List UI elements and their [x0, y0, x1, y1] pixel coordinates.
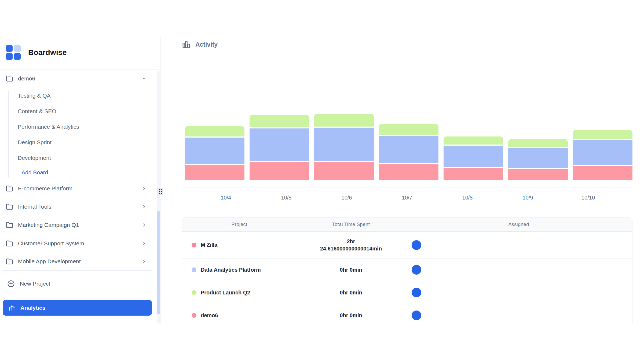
avatar: [412, 311, 421, 320]
bar-segment-data-analytics-platform: [250, 128, 309, 161]
sidebar-item-demo6[interactable]: demo6: [0, 73, 147, 84]
stacked-bar-10/9: [508, 139, 568, 180]
sidebar-header-divider: [0, 69, 160, 69]
activity-chart: [182, 113, 632, 180]
bar-segment-data-analytics-platform: [444, 146, 503, 167]
project-cell: Data Analytics Platform: [182, 258, 297, 281]
sidebar-item-ecommerce-platform[interactable]: E-commerce Platform: [0, 183, 147, 194]
grip-dot: [161, 189, 162, 190]
x-axis-label: 10/7: [402, 195, 412, 201]
bar-segment-data-analytics-platform: [379, 136, 438, 163]
total-time-cell: 2hr 24.616000000000014min: [297, 232, 405, 258]
total-time-cell: 0hr 0min: [297, 281, 405, 304]
bar-segment-data-analytics-platform: [314, 128, 374, 161]
chart-x-labels: 10/410/510/610/710/810/910/10: [182, 195, 632, 205]
bar-segment-m-zilla: [508, 169, 568, 180]
board-label: Development: [18, 155, 51, 161]
assigned-cell: [405, 304, 632, 324]
project-cell: demo6: [182, 304, 297, 324]
sidebar-resize-grip[interactable]: [157, 188, 163, 195]
time-line: 0hr 0min: [340, 312, 362, 319]
time-line: 0hr 0min: [340, 266, 362, 274]
bar-segment-m-zilla: [573, 166, 632, 180]
new-project-label: New Project: [20, 280, 147, 287]
sidebar-item-internal-tools[interactable]: Internal Tools: [0, 201, 147, 212]
assigned-cell: [405, 232, 632, 258]
grip-dot: [159, 189, 160, 190]
column-header-project: Project: [182, 217, 297, 231]
time-spent-table: Project Total Time Spent Assigned M Zill…: [182, 217, 632, 324]
sidebar-board-development[interactable]: Development: [18, 153, 51, 163]
sidebar-board-content-seo[interactable]: Content & SEO: [18, 106, 56, 117]
project-color-dot: [192, 290, 196, 295]
sidebar-item-customer-support-system[interactable]: Customer Support System: [0, 238, 147, 249]
sidebar-right-border: [160, 37, 160, 324]
project-name: Product Launch Q2: [201, 290, 250, 296]
project-name: Data Analytics Platform: [201, 267, 261, 273]
trend-chart-icon: [8, 304, 16, 312]
chevron-right-icon[interactable]: [142, 259, 147, 264]
time-line: 24.616000000000014min: [320, 245, 382, 252]
chevron-right-icon[interactable]: [142, 223, 147, 227]
bar-segment-m-zilla: [314, 162, 374, 180]
chevron-down-icon[interactable]: [142, 76, 147, 81]
stacked-bar-10/7: [379, 124, 438, 180]
bar-segment-data-analytics-platform: [508, 148, 568, 168]
board-label: Design Sprint: [18, 139, 52, 146]
sidebar-item-label: Internal Tools: [18, 204, 142, 210]
sidebar-item-marketing-campaign-q1[interactable]: Marketing Campaign Q1: [0, 220, 147, 230]
add-board-link[interactable]: Add Board: [21, 167, 48, 178]
board-label: Testing & QA: [18, 93, 51, 99]
column-header-total-time: Total Time Spent: [297, 217, 405, 231]
brand-header: Boardwise: [6, 45, 67, 60]
board-label: Content & SEO: [18, 108, 56, 114]
bar-segment-product-launch-q2: [185, 126, 244, 136]
logo-square: [6, 45, 13, 52]
folder-icon: [6, 240, 13, 247]
bar-segment-data-analytics-platform: [573, 140, 632, 165]
project-color-dot: [192, 267, 196, 272]
chevron-right-icon[interactable]: [142, 241, 147, 246]
x-axis-label: 10/6: [342, 195, 352, 201]
chevron-right-icon[interactable]: [142, 186, 147, 191]
sidebar-item-label: Mobile App Development: [18, 258, 142, 265]
board-list-indent-line: [8, 91, 9, 178]
sidebar-board-testing-qa[interactable]: Testing & QA: [18, 90, 51, 101]
total-time-cell: 0hr 0min: [297, 304, 405, 324]
sidebar: Boardwise demo6 Testing & QA Content & S…: [0, 37, 160, 324]
bar-segment-product-launch-q2: [508, 139, 568, 147]
assigned-cell: [405, 281, 632, 304]
grip-dot: [159, 193, 160, 194]
project-color-dot: [192, 243, 196, 248]
sidebar-item-label: Customer Support System: [18, 240, 142, 247]
bar-segment-product-launch-q2: [573, 130, 632, 139]
logo-square: [14, 53, 21, 60]
sidebar-board-performance-analytics[interactable]: Performance & Analytics: [18, 121, 79, 132]
sidebar-board-design-sprint[interactable]: Design Sprint: [18, 137, 52, 148]
stacked-bar-10/10: [573, 130, 632, 180]
x-axis-label: 10/10: [581, 195, 595, 201]
table-row: Product Launch Q2 0hr 0min: [182, 281, 632, 304]
new-project-button[interactable]: New Project: [0, 278, 147, 289]
bar-segment-m-zilla: [444, 168, 503, 180]
sidebar-item-mobile-app-development[interactable]: Mobile App Development: [0, 256, 147, 267]
x-axis-label: 10/9: [523, 195, 533, 201]
add-board-label: Add Board: [21, 169, 48, 176]
x-axis-label: 10/4: [221, 195, 231, 201]
time-line: 2hr: [347, 238, 355, 245]
sidebar-item-label: demo6: [18, 75, 142, 82]
bar-segment-product-launch-q2: [379, 124, 438, 135]
table-row: demo6 0hr 0min: [182, 304, 632, 324]
project-name: demo6: [201, 312, 218, 319]
grip-dot: [161, 191, 162, 192]
logo-square: [14, 45, 21, 52]
column-header-assigned: Assigned: [405, 217, 632, 231]
grip-dot: [159, 191, 160, 192]
chevron-right-icon[interactable]: [142, 204, 147, 209]
bar-segment-product-launch-q2: [444, 136, 503, 145]
sidebar-scrollbar-thumb[interactable]: [157, 211, 160, 314]
analytics-button[interactable]: Analytics: [3, 300, 152, 316]
avatar: [412, 265, 421, 275]
project-name: M Zilla: [201, 242, 217, 248]
stacked-bar-10/6: [314, 114, 374, 180]
